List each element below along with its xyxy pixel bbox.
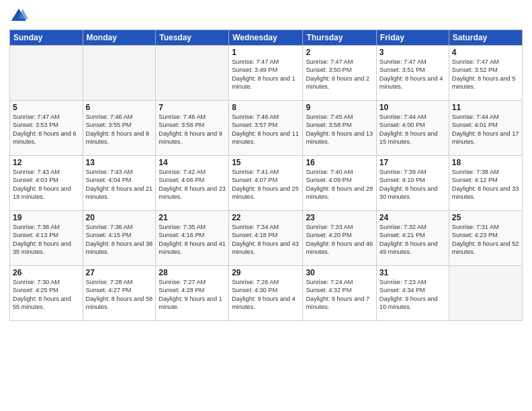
calendar-week-row: 19Sunrise: 7:38 AMSunset: 4:13 PMDayligh…: [10, 211, 523, 266]
calendar-day-cell: 6Sunrise: 7:46 AMSunset: 3:55 PMDaylight…: [83, 101, 156, 156]
day-info: Sunrise: 7:38 AMSunset: 4:13 PMDaylight:…: [13, 223, 80, 257]
calendar-week-row: 26Sunrise: 7:30 AMSunset: 4:25 PMDayligh…: [10, 266, 523, 321]
day-number: 16: [306, 158, 373, 167]
day-number: 14: [159, 158, 226, 167]
day-info: Sunrise: 7:46 AMSunset: 3:56 PMDaylight:…: [159, 113, 226, 146]
day-number: 24: [380, 213, 446, 222]
calendar-week-row: 12Sunrise: 7:43 AMSunset: 4:03 PMDayligh…: [10, 156, 523, 211]
day-number: 2: [306, 48, 373, 57]
calendar-day-cell: 8Sunrise: 7:46 AMSunset: 3:57 PMDaylight…: [229, 101, 303, 156]
header-wednesday: Wednesday: [229, 30, 303, 46]
day-info: Sunrise: 7:32 AMSunset: 4:21 PMDaylight:…: [380, 223, 446, 257]
day-info: Sunrise: 7:40 AMSunset: 4:09 PMDaylight:…: [306, 168, 373, 201]
calendar-day-cell: 21Sunrise: 7:35 AMSunset: 4:16 PMDayligh…: [156, 211, 229, 266]
day-number: 19: [13, 213, 80, 222]
calendar-day-cell: 7Sunrise: 7:46 AMSunset: 3:56 PMDaylight…: [156, 101, 229, 156]
logo: [9, 7, 31, 26]
calendar-day-cell: 23Sunrise: 7:33 AMSunset: 4:20 PMDayligh…: [303, 211, 376, 266]
header-saturday: Saturday: [449, 30, 522, 46]
day-number: 1: [232, 48, 300, 57]
day-info: Sunrise: 7:35 AMSunset: 4:16 PMDaylight:…: [159, 223, 226, 257]
calendar-day-cell: 9Sunrise: 7:45 AMSunset: 3:58 PMDaylight…: [303, 101, 376, 156]
day-info: Sunrise: 7:46 AMSunset: 3:55 PMDaylight:…: [86, 113, 153, 146]
calendar-day-cell: 28Sunrise: 7:27 AMSunset: 4:28 PMDayligh…: [156, 266, 229, 321]
calendar-day-cell: 12Sunrise: 7:43 AMSunset: 4:03 PMDayligh…: [10, 156, 83, 211]
header-sunday: Sunday: [10, 30, 83, 46]
day-info: Sunrise: 7:33 AMSunset: 4:20 PMDaylight:…: [306, 223, 373, 257]
calendar-day-cell: 30Sunrise: 7:24 AMSunset: 4:32 PMDayligh…: [303, 266, 376, 321]
day-info: Sunrise: 7:42 AMSunset: 4:06 PMDaylight:…: [159, 168, 226, 201]
day-number: 11: [452, 103, 519, 112]
header-friday: Friday: [376, 30, 449, 46]
day-info: Sunrise: 7:47 AMSunset: 3:51 PMDaylight:…: [380, 58, 446, 91]
day-info: Sunrise: 7:43 AMSunset: 4:04 PMDaylight:…: [86, 168, 153, 201]
day-info: Sunrise: 7:47 AMSunset: 3:49 PMDaylight:…: [232, 58, 300, 91]
day-info: Sunrise: 7:28 AMSunset: 4:27 PMDaylight:…: [86, 278, 153, 312]
calendar-day-cell: 26Sunrise: 7:30 AMSunset: 4:25 PMDayligh…: [10, 266, 83, 321]
calendar-day-cell: 18Sunrise: 7:38 AMSunset: 4:12 PMDayligh…: [449, 156, 522, 211]
calendar-day-cell: 15Sunrise: 7:41 AMSunset: 4:07 PMDayligh…: [229, 156, 303, 211]
header-thursday: Thursday: [303, 30, 376, 46]
calendar-day-cell: 29Sunrise: 7:26 AMSunset: 4:30 PMDayligh…: [229, 266, 303, 321]
calendar-day-cell: 22Sunrise: 7:34 AMSunset: 4:18 PMDayligh…: [229, 211, 303, 266]
day-number: 30: [306, 268, 373, 277]
calendar-day-cell: 13Sunrise: 7:43 AMSunset: 4:04 PMDayligh…: [83, 156, 156, 211]
day-number: 12: [13, 158, 80, 167]
day-number: 4: [452, 48, 519, 57]
day-info: Sunrise: 7:38 AMSunset: 4:12 PMDaylight:…: [452, 168, 519, 201]
calendar-day-cell: 20Sunrise: 7:36 AMSunset: 4:15 PMDayligh…: [83, 211, 156, 266]
header-tuesday: Tuesday: [156, 30, 229, 46]
day-number: 6: [86, 103, 153, 112]
day-number: 26: [13, 268, 80, 277]
day-info: Sunrise: 7:24 AMSunset: 4:32 PMDaylight:…: [306, 278, 373, 312]
day-number: 21: [159, 213, 226, 222]
day-number: 8: [232, 103, 300, 112]
day-info: Sunrise: 7:36 AMSunset: 4:15 PMDaylight:…: [86, 223, 153, 257]
day-number: 29: [232, 268, 300, 277]
day-info: Sunrise: 7:26 AMSunset: 4:30 PMDaylight:…: [232, 278, 300, 312]
day-info: Sunrise: 7:43 AMSunset: 4:03 PMDaylight:…: [13, 168, 80, 201]
day-info: Sunrise: 7:45 AMSunset: 3:58 PMDaylight:…: [306, 113, 373, 146]
header-monday: Monday: [83, 30, 156, 46]
day-number: 15: [232, 158, 300, 167]
day-number: 7: [159, 103, 226, 112]
calendar-day-cell: 10Sunrise: 7:44 AMSunset: 4:00 PMDayligh…: [376, 101, 449, 156]
day-number: 22: [232, 213, 300, 222]
logo-icon: [9, 7, 28, 26]
calendar-week-row: 1Sunrise: 7:47 AMSunset: 3:49 PMDaylight…: [10, 46, 523, 101]
calendar-day-cell: 3Sunrise: 7:47 AMSunset: 3:51 PMDaylight…: [376, 46, 449, 101]
calendar-day-cell: [10, 46, 83, 101]
day-info: Sunrise: 7:31 AMSunset: 4:23 PMDaylight:…: [452, 223, 519, 257]
calendar-day-cell: 19Sunrise: 7:38 AMSunset: 4:13 PMDayligh…: [10, 211, 83, 266]
calendar-day-cell: 31Sunrise: 7:23 AMSunset: 4:34 PMDayligh…: [376, 266, 449, 321]
day-info: Sunrise: 7:44 AMSunset: 4:01 PMDaylight:…: [452, 113, 519, 146]
day-number: 9: [306, 103, 373, 112]
calendar-day-cell: 1Sunrise: 7:47 AMSunset: 3:49 PMDaylight…: [229, 46, 303, 101]
calendar-day-cell: 14Sunrise: 7:42 AMSunset: 4:06 PMDayligh…: [156, 156, 229, 211]
day-info: Sunrise: 7:47 AMSunset: 3:50 PMDaylight:…: [306, 58, 373, 91]
day-number: 10: [380, 103, 446, 112]
day-info: Sunrise: 7:44 AMSunset: 4:00 PMDaylight:…: [380, 113, 446, 146]
day-info: Sunrise: 7:23 AMSunset: 4:34 PMDaylight:…: [380, 278, 446, 312]
day-number: 23: [306, 213, 373, 222]
day-number: 27: [86, 268, 153, 277]
calendar-day-cell: 25Sunrise: 7:31 AMSunset: 4:23 PMDayligh…: [449, 211, 522, 266]
calendar-day-cell: 11Sunrise: 7:44 AMSunset: 4:01 PMDayligh…: [449, 101, 522, 156]
calendar-day-cell: 17Sunrise: 7:39 AMSunset: 4:10 PMDayligh…: [376, 156, 449, 211]
day-number: 13: [86, 158, 153, 167]
day-info: Sunrise: 7:46 AMSunset: 3:57 PMDaylight:…: [232, 113, 300, 146]
calendar-day-cell: 24Sunrise: 7:32 AMSunset: 4:21 PMDayligh…: [376, 211, 449, 266]
calendar-day-cell: 5Sunrise: 7:47 AMSunset: 3:53 PMDaylight…: [10, 101, 83, 156]
day-info: Sunrise: 7:47 AMSunset: 3:53 PMDaylight:…: [13, 113, 80, 146]
day-number: 28: [159, 268, 226, 277]
day-info: Sunrise: 7:27 AMSunset: 4:28 PMDaylight:…: [159, 278, 226, 312]
day-info: Sunrise: 7:47 AMSunset: 3:52 PMDaylight:…: [452, 58, 519, 91]
page-container: Sunday Monday Tuesday Wednesday Thursday…: [0, 0, 532, 326]
calendar-day-cell: 27Sunrise: 7:28 AMSunset: 4:27 PMDayligh…: [83, 266, 156, 321]
calendar-day-cell: 16Sunrise: 7:40 AMSunset: 4:09 PMDayligh…: [303, 156, 376, 211]
day-number: 20: [86, 213, 153, 222]
day-info: Sunrise: 7:39 AMSunset: 4:10 PMDaylight:…: [380, 168, 446, 201]
calendar-day-cell: [449, 266, 522, 321]
day-info: Sunrise: 7:41 AMSunset: 4:07 PMDaylight:…: [232, 168, 300, 201]
day-info: Sunrise: 7:30 AMSunset: 4:25 PMDaylight:…: [13, 278, 80, 312]
